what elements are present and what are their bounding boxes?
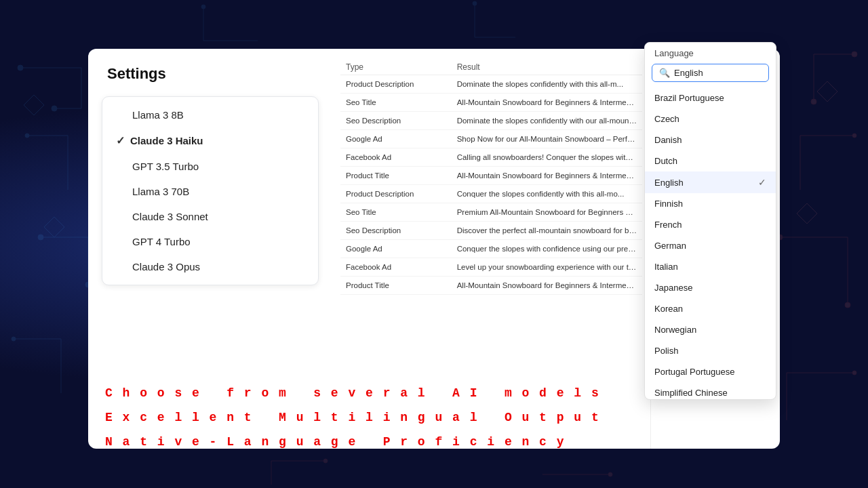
svg-point-38	[473, 1, 477, 5]
svg-marker-16	[44, 217, 64, 237]
svg-point-20	[811, 99, 816, 104]
result-cell: All-Mountain Snowboard for Beginners & I…	[452, 277, 642, 295]
type-cell: Facebook Ad	[340, 258, 452, 277]
type-cell: Seo Description	[340, 222, 452, 240]
col-type-header: Type	[340, 60, 452, 75]
selected-check-icon: ✓	[758, 177, 766, 188]
language-item-german[interactable]: German	[645, 235, 776, 256]
result-cell: Dominate the slopes confidently with our…	[452, 112, 642, 130]
svg-point-32	[852, 371, 856, 375]
type-cell: Seo Description	[340, 112, 452, 130]
svg-point-43	[608, 472, 612, 476]
model-label: GPT 3.5 Turbo	[132, 161, 199, 172]
result-cell: Dominate the slopes confidently with thi…	[452, 75, 642, 94]
language-dropdown: Language 🔍 Brazil PortugueseCzechDanishD…	[644, 42, 776, 400]
table-row: Product Description Conquer the slopes c…	[340, 185, 642, 203]
language-item-french[interactable]: French	[645, 214, 776, 235]
model-list: Llama 3 8B✓Claude 3 HaikuGPT 3.5 TurboLl…	[102, 96, 319, 285]
model-item-claude3-sonnet[interactable]: Claude 3 Sonnet	[102, 204, 318, 229]
svg-marker-29	[797, 203, 817, 224]
language-search-input[interactable]	[674, 68, 762, 78]
table-row: Seo Title Premium All-Mountain Snowboard…	[340, 203, 642, 222]
language-item-japanese[interactable]: Japanese	[645, 277, 776, 298]
dropdown-label: Language	[645, 43, 776, 61]
language-label: Italian	[654, 262, 678, 272]
table-row: Seo Title All-Mountain Snowboard for Beg…	[340, 94, 642, 112]
language-item-polish[interactable]: Polish	[645, 340, 776, 361]
type-cell: Product Title	[340, 277, 452, 295]
language-item-dutch[interactable]: Dutch	[645, 150, 776, 171]
language-label: Japanese	[654, 283, 692, 293]
tagline-2: E x c e l l e n t M u l t i l i n g u a …	[105, 405, 600, 430]
type-cell: Google Ad	[340, 240, 452, 258]
language-item-norwegian[interactable]: Norwegian	[645, 319, 776, 340]
model-label: Claude 3 Haiku	[130, 135, 203, 146]
model-item-claude3-opus[interactable]: Claude 3 Opus	[102, 254, 318, 279]
language-panel: Language 🔍 Brazil PortugueseCzechDanishD…	[651, 49, 780, 449]
model-item-llama3-70b[interactable]: Llama 3 70B	[102, 179, 318, 204]
col-result-header: Result	[452, 60, 642, 75]
model-item-gpt35-turbo[interactable]: GPT 3.5 Turbo	[102, 154, 318, 179]
model-label: Claude 3 Opus	[132, 261, 200, 272]
table-row: Seo Description Discover the perfect all…	[340, 222, 642, 240]
language-item-finnish[interactable]: Finnish	[645, 193, 776, 214]
model-item-gpt4-turbo[interactable]: GPT 4 Turbo	[102, 229, 318, 254]
language-label: English	[654, 178, 684, 188]
table-row: Google Ad Conquer the slopes with confid…	[340, 240, 642, 258]
language-label: Dutch	[654, 156, 677, 166]
language-label: Simplified Chinese	[654, 388, 728, 398]
language-label: Finnish	[654, 199, 683, 209]
language-item-simplified-chinese[interactable]: Simplified Chinese	[645, 382, 776, 399]
language-item-italian[interactable]: Italian	[645, 256, 776, 277]
language-label: Brazil Portuguese	[654, 93, 724, 103]
language-label: Portugal Portuguese	[654, 367, 735, 377]
svg-marker-15	[24, 95, 44, 115]
type-cell: Product Description	[340, 185, 452, 203]
language-label: Danish	[654, 135, 682, 145]
table-row: Facebook Ad Level up your snowboarding e…	[340, 258, 642, 277]
result-cell: Discover the perfect all-mountain snowbo…	[452, 222, 642, 240]
svg-point-4	[52, 106, 57, 111]
result-cell: Premium All-Mountain Snowboard for Begin…	[452, 203, 642, 222]
svg-point-35	[201, 5, 205, 9]
language-search-box[interactable]: 🔍	[652, 64, 769, 82]
result-cell: Calling all snowboarders! Conquer the sl…	[452, 148, 642, 167]
svg-point-7	[25, 134, 29, 138]
type-cell: Seo Title	[340, 203, 452, 222]
settings-title: Settings	[102, 65, 319, 83]
language-item-korean[interactable]: Korean	[645, 298, 776, 319]
language-label: Polish	[654, 346, 678, 356]
svg-point-23	[852, 134, 856, 138]
result-cell: Shop Now for our All-Mountain Snowboard …	[452, 130, 642, 148]
model-label: Llama 3 70B	[132, 186, 189, 197]
taglines-container: C h o o s e f r o m s e v e r a l A I m …	[105, 381, 600, 454]
model-item-claude3-haiku[interactable]: ✓Claude 3 Haiku	[102, 127, 318, 154]
type-cell: Product Title	[340, 167, 452, 185]
language-item-danish[interactable]: Danish	[645, 129, 776, 150]
table-row: Google Ad Shop Now for our All-Mountain …	[340, 130, 642, 148]
svg-marker-28	[817, 81, 837, 102]
results-table: Type Result Product Description Dominate…	[340, 60, 642, 295]
language-list: Brazil PortugueseCzechDanishDutchEnglish…	[645, 87, 776, 399]
table-row: Product Title All-Mountain Snowboard for…	[340, 277, 642, 295]
svg-point-3	[18, 65, 23, 70]
table-row: Facebook Ad Calling all snowboarders! Co…	[340, 148, 642, 167]
language-label: German	[654, 241, 686, 251]
model-item-llama3-8b[interactable]: Llama 3 8B	[102, 102, 318, 127]
svg-point-19	[852, 52, 857, 57]
language-item-portugal-portuguese[interactable]: Portugal Portuguese	[645, 361, 776, 382]
svg-point-14	[12, 337, 16, 341]
svg-point-41	[323, 459, 328, 463]
type-cell: Product Description	[340, 75, 452, 94]
table-row: Product Description Dominate the slopes …	[340, 75, 642, 94]
result-cell: Conquer the slopes with confidence using…	[452, 240, 642, 258]
language-item-czech[interactable]: Czech	[645, 108, 776, 129]
language-item-english[interactable]: English✓	[645, 171, 776, 193]
type-cell: Google Ad	[340, 130, 452, 148]
result-cell: Conquer the slopes confidently with this…	[452, 185, 642, 203]
svg-point-27	[845, 302, 850, 308]
language-label: French	[654, 220, 682, 230]
search-icon: 🔍	[659, 68, 670, 78]
language-item-brazil-portuguese[interactable]: Brazil Portuguese	[645, 87, 776, 108]
check-icon: ✓	[116, 134, 125, 147]
